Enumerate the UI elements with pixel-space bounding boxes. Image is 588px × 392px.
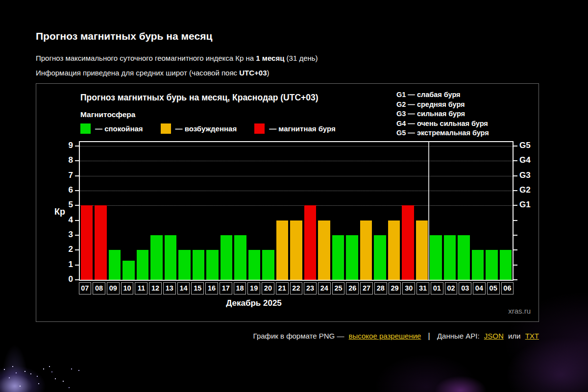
date-cell: 14 bbox=[177, 282, 190, 294]
subtitle-text: ) bbox=[267, 69, 269, 77]
subtitle-text: Информация приведена для средних широт (… bbox=[36, 69, 239, 77]
date-cell: 22 bbox=[290, 282, 303, 294]
bar bbox=[137, 250, 148, 280]
watermark: xras.ru bbox=[508, 307, 531, 315]
bar bbox=[486, 250, 497, 280]
green-swatch-icon bbox=[80, 123, 91, 134]
axis-tick bbox=[514, 146, 517, 147]
date-cell: 19 bbox=[247, 282, 260, 294]
axis-tick bbox=[75, 160, 79, 161]
bar bbox=[290, 220, 302, 280]
date-cell: 27 bbox=[360, 282, 373, 294]
date-cell: 10 bbox=[121, 282, 134, 294]
bar bbox=[402, 205, 414, 280]
legend-item-quiet: — спокойная bbox=[80, 123, 143, 134]
bar bbox=[444, 235, 456, 280]
bars-container bbox=[80, 146, 513, 280]
g-tick-label: G5 bbox=[519, 141, 531, 150]
bar bbox=[276, 220, 288, 280]
json-api-link[interactable]: JSON bbox=[484, 332, 504, 340]
subtitle-bold: UTC+03 bbox=[239, 69, 267, 77]
bar bbox=[360, 220, 372, 280]
plot-field: 012345G16G27G38G49G5 bbox=[80, 146, 513, 280]
bar-slot bbox=[80, 146, 94, 280]
axis-tick bbox=[75, 205, 79, 206]
y-tick-label: 4 bbox=[69, 215, 73, 225]
bar bbox=[472, 250, 484, 280]
date-cell: 31 bbox=[416, 282, 429, 294]
date-cell: 02 bbox=[445, 282, 458, 294]
bar bbox=[206, 250, 218, 280]
g-tick-label: G3 bbox=[519, 171, 531, 180]
date-cell: 21 bbox=[276, 282, 289, 294]
axis-tick bbox=[75, 279, 79, 280]
y-tick-label: 6 bbox=[69, 185, 73, 195]
bar bbox=[346, 235, 358, 280]
date-cell: 29 bbox=[389, 282, 401, 294]
bar-slot bbox=[401, 146, 415, 280]
g-scale-legend: G1 — слабая буря G2 — средняя буря G3 — … bbox=[396, 90, 489, 138]
bar-slot bbox=[136, 146, 149, 280]
date-cell: 03 bbox=[459, 282, 471, 294]
subtitle-text: Прогноз максимального суточного геомагни… bbox=[36, 54, 256, 62]
bar-slot bbox=[247, 146, 261, 280]
date-cell: 16 bbox=[205, 282, 218, 294]
y-tick-label: 1 bbox=[69, 260, 73, 270]
bar-slot bbox=[94, 146, 107, 280]
bar bbox=[304, 205, 316, 280]
axis-tick bbox=[514, 175, 517, 176]
bar bbox=[458, 235, 469, 280]
date-cell: 11 bbox=[135, 282, 147, 294]
g-tick-label: G4 bbox=[519, 156, 531, 166]
date-cell: 09 bbox=[107, 282, 120, 294]
axis-tick bbox=[514, 160, 517, 161]
date-cell: 07 bbox=[79, 282, 92, 294]
date-cell: 04 bbox=[473, 282, 486, 294]
axis-tick bbox=[514, 205, 517, 206]
date-cell: 05 bbox=[487, 282, 500, 294]
orange-swatch-icon bbox=[161, 123, 171, 134]
axis-tick bbox=[514, 249, 517, 250]
bar bbox=[220, 235, 232, 280]
y-tick-label: 3 bbox=[69, 230, 73, 240]
date-cell: 20 bbox=[262, 282, 274, 294]
footer-text: или bbox=[508, 332, 521, 340]
bar bbox=[234, 235, 246, 280]
date-cell: 28 bbox=[374, 282, 387, 294]
bar-slot bbox=[471, 146, 485, 280]
red-swatch-icon bbox=[254, 123, 265, 134]
bar-slot bbox=[149, 146, 163, 280]
bar-slot bbox=[108, 146, 122, 280]
legend-label: — возбужденная bbox=[175, 124, 237, 133]
subtitle-bold: 1 месяц bbox=[256, 54, 284, 62]
g-tick-label: G2 bbox=[519, 185, 531, 195]
date-cell: 17 bbox=[220, 282, 232, 294]
axis-tick bbox=[75, 190, 79, 191]
g-legend-line: G3 — сильная буря bbox=[396, 109, 489, 119]
bar-slot bbox=[122, 146, 135, 280]
txt-api-link[interactable]: TXT bbox=[525, 332, 539, 340]
bar bbox=[165, 235, 176, 280]
y-axis-title: Кр bbox=[54, 207, 65, 217]
bar-slot bbox=[345, 146, 359, 280]
axis-tick bbox=[75, 249, 79, 250]
chart-title: Прогноз магнитных бурь на месяц, Краснод… bbox=[80, 93, 318, 103]
axis-tick bbox=[514, 235, 517, 236]
y-tick-label: 5 bbox=[69, 200, 73, 210]
date-cell: 15 bbox=[191, 282, 204, 294]
axis-tick bbox=[514, 220, 517, 221]
bar bbox=[332, 235, 344, 280]
bar bbox=[318, 220, 330, 280]
x-axis-dates: 0708091011121314151617181920212223242526… bbox=[78, 282, 514, 295]
subtitle-forecast: Прогноз максимального суточного геомагни… bbox=[36, 54, 318, 62]
subtitle-latitudes: Информация приведена для средних широт (… bbox=[36, 69, 269, 77]
high-resolution-link[interactable]: высокое разрешение bbox=[349, 332, 421, 340]
date-cell: 12 bbox=[149, 282, 162, 294]
g-legend-line: G5 — экстремальная буря bbox=[396, 128, 489, 138]
bar-slot bbox=[359, 146, 373, 280]
page: Прогноз магнитных бурь на месяц Прогноз … bbox=[0, 0, 588, 392]
axis-tick bbox=[75, 265, 79, 266]
bar-slot bbox=[261, 146, 275, 280]
bar-slot bbox=[192, 146, 205, 280]
footer-text: Данные API: bbox=[437, 332, 480, 340]
